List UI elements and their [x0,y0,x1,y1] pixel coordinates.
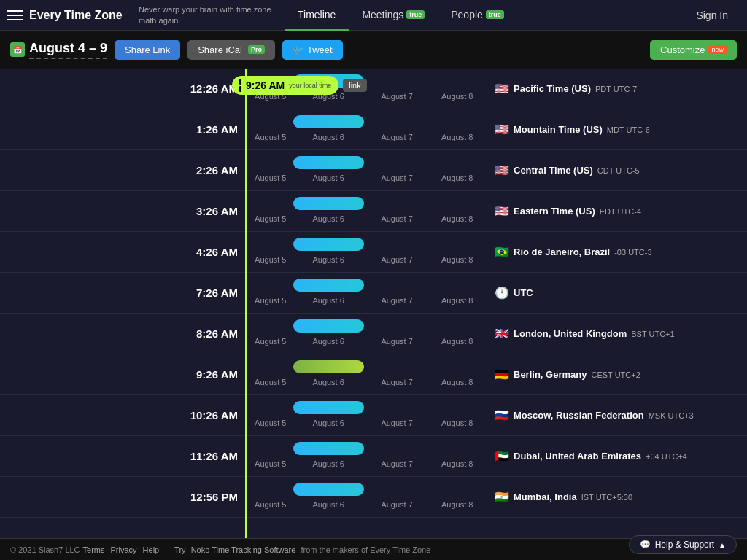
help-support-button[interactable]: 💬 Help & Support ▲ [629,535,737,538]
tz-label: 🇷🇺Moscow, Russian FederationMSK UTC+3 [484,408,747,422]
current-time-line [245,69,247,538]
tz-name: Berlin, Germany [514,369,587,380]
day-strip: August 8 [430,252,484,267]
day-strip: August 5 [248,293,293,308]
tz-name: UTC [514,287,533,298]
day-strip: August 8 [430,375,484,389]
day-strip: August 5 [248,252,293,267]
day-strip: August 7 [364,171,430,185]
tz-time-label: 12:56 PM [0,491,248,503]
day-strip: August 7 [364,497,430,512]
sign-in-button[interactable]: Sign In [684,9,740,21]
tz-label: 🇺🇸Mountain Time (US)MDT UTC-6 [484,122,747,136]
tz-label: 🇦🇪Dubai, United Arab Emirates+04 UTC+4 [484,449,747,463]
tz-flag: 🇬🇧 [495,327,509,341]
tz-bar-area[interactable]: August 5August 6August 7August 8 [248,477,484,518]
tz-abbr: +04 UTC+4 [646,452,687,461]
tz-bar-area[interactable]: August 5August 6August 7August 8 [248,273,484,314]
link-badge[interactable]: link [343,79,367,92]
tz-time-label: 10:26 AM [0,409,248,421]
tz-row: 1:26 AMAugust 5August 6August 7August 8🇺… [0,109,747,150]
day-strip: August 5 [248,456,293,471]
tz-time-label: 3:26 AM [0,205,248,217]
tz-time-label: 9:26 AM [0,368,248,381]
tz-row: 2:26 AMAugust 5August 6August 7August 8🇺… [0,150,747,191]
nav-tab-people[interactable]: People true [438,0,517,31]
main-header: Every Time Zone Never warp your brain wi… [0,0,747,31]
day-strip: August 8 [430,89,484,104]
tz-label: 🇺🇸Pacific Time (US)PDT UTC-7 [484,82,747,96]
tz-time-label: 11:26 AM [0,450,248,462]
customize-new-badge: new [708,45,727,54]
tz-abbr: IST UTC+5:30 [581,493,632,502]
tweet-button[interactable]: 🐦 Tweet [282,40,343,60]
tagline: Never warp your brain with time zone mat… [139,4,285,26]
tz-row: 8:26 AMAugust 5August 6August 7August 8🇬… [0,314,747,354]
tz-row: 11:26 AMAugust 5August 6August 7August 8… [0,436,747,477]
tz-name: Mumbai, India [514,491,577,502]
tz-row: 9:26 AMAugust 5August 6August 7August 8🇩… [0,354,747,395]
tz-time-label: 2:26 AM [0,164,248,176]
tz-label: 🕐UTC [484,286,747,300]
day-strip: August 5 [248,416,293,430]
tz-flag: 🇺🇸 [495,122,509,136]
meetings-pro-badge: true [406,10,425,19]
hamburger-menu-icon[interactable] [7,10,23,20]
active-bar [293,156,364,169]
tz-bar-area[interactable]: August 5August 6August 7August 8 [248,314,484,354]
day-strip: August 7 [364,416,430,430]
share-ical-button[interactable]: Share iCal Pro [187,40,275,60]
day-strip: August 7 [364,293,430,308]
tz-flag: 🇮🇳 [495,490,509,504]
tz-bar-area[interactable]: August 5August 6August 7August 8 [248,150,484,191]
logo-area: Every Time Zone [7,9,139,22]
time-pill-bars-icon [239,79,241,92]
tz-row: 7:26 AMAugust 5August 6August 7August 8🕐… [0,273,747,314]
nav-tab-timeline[interactable]: Timeline [285,0,349,31]
active-bar [293,319,364,332]
day-strip: August 6 [293,334,364,349]
day-strip: August 5 [248,211,293,226]
customize-button[interactable]: Customize new [650,40,737,60]
tz-flag: 🇩🇪 [495,368,509,381]
active-bar [293,360,364,373]
tz-bar-area[interactable]: August 5August 6August 7August 8 [248,232,484,273]
day-strip: August 6 [293,497,364,512]
tz-bar-area[interactable]: August 5August 6August 7August 8 [248,191,484,232]
date-range-area: 📅 August 4 – 9 [10,41,107,59]
active-bar [293,401,364,414]
tz-row: 12:56 PMAugust 5August 6August 7August 8… [0,477,747,518]
tz-bar-area[interactable]: August 5August 6August 7August 8 [248,354,484,395]
active-bar [293,197,364,210]
day-strip: August 5 [248,130,293,144]
tz-flag: 🇺🇸 [495,163,509,177]
tz-flag: 🇷🇺 [495,408,509,422]
day-strip: August 6 [293,130,364,144]
active-bar [293,238,364,251]
tz-bar-area[interactable]: August 5August 6August 7August 8 [248,109,484,150]
day-strip: August 5 [248,334,293,349]
day-strip: August 7 [364,375,430,389]
current-time-label: your local time [289,82,331,89]
tz-flag: 🕐 [495,286,509,300]
tz-row: 3:26 AMAugust 5August 6August 7August 8🇺… [0,191,747,232]
day-strip: August 7 [364,252,430,267]
active-bar [293,442,364,455]
day-strip: August 8 [430,293,484,308]
share-link-button[interactable]: Share Link [115,40,180,60]
main-nav: Timeline Meetings true People true [285,0,517,31]
tz-bar-area[interactable]: August 5August 6August 7August 8 [248,436,484,477]
tz-bar-area[interactable]: August 5August 6August 7August 8 [248,395,484,436]
nav-tab-meetings[interactable]: Meetings true [349,0,438,31]
day-strip: August 8 [430,171,484,185]
tz-flag: 🇺🇸 [495,204,509,218]
tz-row: 12:26 AMAugust 5August 6August 7August 8… [0,69,747,109]
current-time-text: 9:26 AM [246,79,285,91]
tz-name: Dubai, United Arab Emirates [514,451,641,462]
day-strip: August 5 [248,375,293,389]
tz-label: 🇬🇧London, United KingdomBST UTC+1 [484,327,747,341]
tz-abbr: MSK UTC+3 [649,411,694,420]
day-strip: August 6 [293,252,364,267]
tz-flag: 🇧🇷 [495,245,509,259]
tz-time-label: 8:26 AM [0,327,248,340]
